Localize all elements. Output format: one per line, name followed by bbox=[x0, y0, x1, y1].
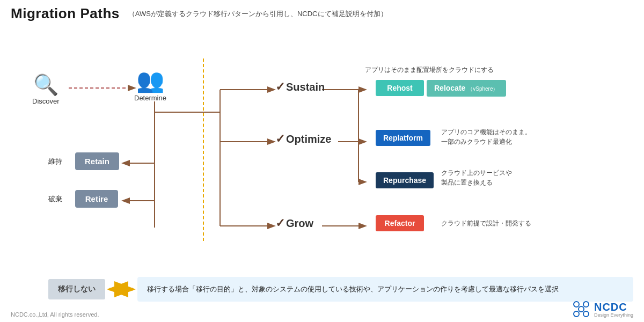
bottom-section: 移行しない 移行する場合「移行の目的」と、対象のシステムの使用している技術や、ア… bbox=[48, 277, 633, 302]
sustain-path: ✓ Sustain bbox=[275, 80, 325, 94]
replatform-box: Replatform bbox=[376, 130, 430, 146]
optimize-path: ✓ Optimize bbox=[275, 132, 331, 146]
relocate-suffix: （vSphere） bbox=[467, 86, 498, 92]
determine-label: Determine bbox=[134, 94, 166, 102]
svg-point-19 bbox=[574, 311, 579, 317]
discover-node: 🔍 Discover bbox=[32, 75, 60, 105]
check-grow: ✓ bbox=[275, 216, 285, 230]
diagram-arrows bbox=[11, 26, 633, 273]
migrate-no-box: 移行しない bbox=[48, 279, 105, 299]
determine-node: 👥 Determine bbox=[134, 69, 166, 102]
anno-refactor: クラウド前提で設計・開発する bbox=[441, 218, 531, 228]
relocate-label: Relocate bbox=[434, 84, 465, 92]
header: Migration Paths （AWSが定義するクラウド移行パターンから引用し… bbox=[11, 5, 633, 22]
relocate-box: Relocate （vSphere） bbox=[427, 80, 506, 97]
ncdc-text-block: NCDC Design Everything bbox=[594, 301, 633, 318]
retain-label: 維持 bbox=[48, 157, 62, 166]
retire-box: Retire bbox=[75, 190, 118, 208]
rehost-box: Rehost bbox=[376, 80, 424, 96]
page-title: Migration Paths bbox=[11, 5, 120, 22]
retain-box: Retain bbox=[75, 152, 119, 170]
check-sustain: ✓ bbox=[275, 80, 285, 94]
svg-point-20 bbox=[583, 311, 589, 317]
svg-point-21 bbox=[579, 306, 584, 312]
sustain-label: Sustain bbox=[286, 81, 325, 93]
ncdc-name: NCDC bbox=[594, 301, 627, 313]
people-icon: 👥 bbox=[136, 69, 164, 92]
diagram: 🔍 Discover 👥 Determine 維持 Retain 破棄 Reti… bbox=[11, 26, 633, 273]
search-icon: 🔍 bbox=[33, 75, 58, 95]
svg-point-18 bbox=[583, 302, 589, 307]
grow-path: ✓ Grow bbox=[275, 216, 313, 230]
retire-label: 破棄 bbox=[48, 194, 62, 204]
anno-top: アプリはそのまま配置場所をクラウドにする bbox=[365, 65, 494, 75]
optimize-label: Optimize bbox=[286, 133, 331, 145]
svg-point-17 bbox=[574, 302, 579, 307]
discover-label: Discover bbox=[32, 97, 60, 105]
ncdc-logo-icon bbox=[572, 299, 591, 319]
anno-replatform: アプリのコア機能はそのまま。一部のみクラウド最適化 bbox=[441, 127, 531, 147]
refactor-box: Refactor bbox=[376, 215, 424, 231]
double-arrow-icon bbox=[105, 280, 137, 299]
anno-repurchase: クラウド上のサービスや製品に置き換える bbox=[441, 168, 512, 187]
ncdc-logo: NCDC Design Everything bbox=[572, 299, 633, 319]
subtitle: （AWSが定義するクラウド移行パターンから引用し、NCDCにて補足説明を付加） bbox=[128, 9, 387, 19]
bottom-text-box: 移行する場合「移行の目的」と、対象のシステムの使用している技術や、アプリケーショ… bbox=[137, 277, 633, 302]
dashed-divider bbox=[203, 58, 204, 241]
repurchase-box: Repurchase bbox=[376, 172, 434, 188]
grow-label: Grow bbox=[286, 217, 313, 230]
check-optimize: ✓ bbox=[275, 132, 285, 146]
footer-copyright: NCDC.co.,Ltd, All rights reserved. bbox=[11, 311, 99, 318]
ncdc-tagline: Design Everything bbox=[594, 312, 633, 318]
